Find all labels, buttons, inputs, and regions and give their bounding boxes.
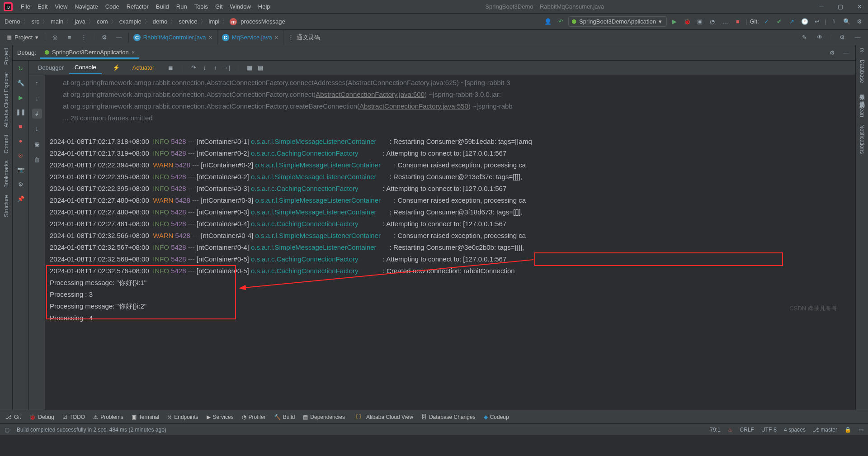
hide-icon[interactable]: — bbox=[853, 33, 863, 43]
bottom-build[interactable]: 🔨Build bbox=[274, 414, 295, 420]
tool-structure[interactable]: Structure bbox=[3, 195, 9, 217]
bottom-endpoints[interactable]: ⤭Endpoints bbox=[167, 414, 198, 420]
coverage-button[interactable]: ▣ bbox=[695, 17, 705, 27]
scroll-to-end-icon[interactable]: ⤓ bbox=[32, 124, 42, 134]
bottom-dbchanges[interactable]: 🗄Database Changes bbox=[421, 414, 476, 420]
git-update-icon[interactable]: ✓ bbox=[762, 17, 772, 27]
run-button[interactable]: ▶ bbox=[670, 17, 679, 27]
hide-icon[interactable]: — bbox=[114, 33, 124, 43]
up-stack-icon[interactable]: ↑ bbox=[32, 78, 42, 88]
close-tab-icon[interactable]: × bbox=[275, 34, 278, 41]
clear-icon[interactable]: 🗑 bbox=[32, 155, 42, 165]
crumb-java[interactable]: java bbox=[74, 17, 86, 26]
reader-mode-icon[interactable]: 👁 bbox=[815, 33, 825, 43]
back-icon[interactable]: ↶ bbox=[556, 17, 566, 27]
resume-icon[interactable]: ▶ bbox=[16, 92, 26, 102]
file-tab-mqservice[interactable]: C MqService.java × bbox=[217, 30, 283, 45]
close-window-button[interactable]: ✕ bbox=[854, 2, 864, 12]
file-encoding[interactable]: UTF-8 bbox=[761, 427, 777, 433]
trace-icon[interactable]: ▤ bbox=[255, 63, 266, 73]
search-everywhere-icon[interactable]: 🔍 bbox=[842, 17, 852, 27]
bottom-services[interactable]: ▶Services bbox=[207, 414, 234, 420]
tool-maven[interactable]: m bbox=[859, 48, 865, 52]
settings-icon[interactable]: ⚙ bbox=[16, 179, 26, 189]
tool-project[interactable]: Project bbox=[3, 48, 9, 65]
code-with-me-icon[interactable]: ᚬ bbox=[829, 17, 839, 27]
menu-window[interactable]: Window bbox=[227, 1, 254, 12]
git-commit-icon[interactable]: ✔ bbox=[774, 17, 784, 27]
git-branch[interactable]: ⎇ master bbox=[813, 427, 837, 433]
menu-code[interactable]: Code bbox=[103, 1, 122, 12]
menu-navigate[interactable]: Navigate bbox=[72, 1, 100, 12]
crumb-src[interactable]: src bbox=[31, 17, 40, 26]
view-breakpoints-icon[interactable]: ● bbox=[16, 136, 26, 146]
bottom-dependencies[interactable]: ▤Dependencies bbox=[303, 414, 345, 420]
step-into-icon[interactable]: ↓ bbox=[199, 63, 210, 73]
pin-icon[interactable]: 📌 bbox=[16, 194, 26, 204]
yu-icon[interactable]: ♨ bbox=[728, 427, 733, 433]
step-out-icon[interactable]: ↑ bbox=[210, 63, 221, 73]
bottom-git[interactable]: ⎇Git bbox=[5, 414, 21, 420]
expand-all-icon[interactable]: ≡ bbox=[64, 33, 74, 43]
menu-view[interactable]: View bbox=[52, 1, 70, 12]
tool-alibaba-cloud-explorer[interactable]: Alibaba Cloud Explorer bbox=[3, 72, 9, 128]
gear-icon[interactable]: ⚙ bbox=[99, 33, 109, 43]
evaluate-icon[interactable]: ▦ bbox=[244, 63, 255, 73]
overflow-tabs[interactable]: ⋮ 通义灵码 bbox=[283, 30, 325, 45]
indent[interactable]: 4 spaces bbox=[784, 427, 806, 433]
bottom-alibaba[interactable]: 〔〕Alibaba Cloud View bbox=[353, 413, 413, 421]
bottom-profiler[interactable]: ◔Profiler bbox=[242, 414, 266, 420]
soft-wrap-icon[interactable]: ↲ bbox=[32, 109, 42, 119]
threads-icon[interactable]: ≣ bbox=[165, 63, 176, 73]
menu-file[interactable]: File bbox=[18, 1, 33, 12]
tool-database[interactable]: Database bbox=[859, 60, 865, 83]
caret-position[interactable]: 79:1 bbox=[710, 427, 720, 433]
tool-bean[interactable]: Bean bbox=[859, 104, 865, 117]
crumb-main[interactable]: main bbox=[50, 17, 64, 26]
debug-button[interactable]: 🐞 bbox=[682, 17, 692, 27]
settings-icon[interactable]: ⚙ bbox=[854, 17, 864, 27]
file-tab-rabbitmqcontroller[interactable]: C RabbitMqController.java × bbox=[129, 30, 217, 45]
lock-icon[interactable]: 🔒 bbox=[844, 427, 851, 433]
git-history-icon[interactable]: 🕐 bbox=[800, 17, 810, 27]
console-output[interactable]: at org.springframework.amqp.rabbit.conne… bbox=[45, 75, 855, 410]
menu-edit[interactable]: Edit bbox=[35, 1, 50, 12]
menu-tools[interactable]: Tools bbox=[192, 1, 211, 12]
menu-build[interactable]: Build bbox=[153, 1, 172, 12]
add-config-icon[interactable]: 👤 bbox=[543, 17, 553, 27]
menu-git[interactable]: Git bbox=[212, 1, 226, 12]
pause-icon[interactable]: ❚❚ bbox=[16, 107, 26, 117]
menu-run[interactable]: Run bbox=[174, 1, 190, 12]
edit-icon[interactable]: ✎ bbox=[800, 33, 810, 43]
hide-panel-icon[interactable]: — bbox=[841, 48, 851, 58]
debugger-tab[interactable]: Debugger bbox=[33, 62, 69, 74]
bottom-problems[interactable]: ⚠Problems bbox=[93, 414, 123, 420]
profile-button[interactable]: ◔ bbox=[708, 17, 717, 27]
minimize-button[interactable]: ─ bbox=[816, 2, 826, 12]
gear-icon[interactable]: ⚙ bbox=[827, 48, 837, 58]
debug-session-tab[interactable]: ⬢ SpringBoot3DemoApplication × bbox=[40, 47, 139, 59]
bottom-debug[interactable]: 🐞Debug bbox=[29, 414, 54, 420]
camera-icon[interactable]: 📷 bbox=[16, 165, 26, 175]
close-session-icon[interactable]: × bbox=[132, 49, 135, 56]
print-icon[interactable]: 🖶 bbox=[32, 139, 42, 149]
close-tab-icon[interactable]: × bbox=[209, 34, 212, 41]
modify-run-icon[interactable]: 🔧 bbox=[16, 78, 26, 88]
stop-icon[interactable]: ■ bbox=[16, 121, 26, 131]
gear-icon[interactable]: ⚙ bbox=[837, 33, 847, 43]
tool-bookmarks[interactable]: Bookmarks bbox=[3, 161, 9, 188]
bottom-todo[interactable]: ☑TODO bbox=[62, 414, 85, 420]
mute-breakpoints-icon[interactable]: ⊘ bbox=[16, 150, 26, 160]
run-to-cursor-icon[interactable]: →| bbox=[221, 63, 232, 73]
rerun-icon[interactable]: ↻ bbox=[16, 63, 26, 73]
tool-notifications[interactable]: Notifications bbox=[859, 124, 865, 154]
menu-refactor[interactable]: Refactor bbox=[124, 1, 151, 12]
tool-commit[interactable]: Commit bbox=[3, 135, 9, 153]
mem-icon[interactable]: ▭ bbox=[859, 427, 863, 433]
select-opened-file-icon[interactable]: ◎ bbox=[50, 33, 60, 43]
attach-button[interactable]: … bbox=[720, 17, 730, 27]
bottom-terminal[interactable]: ▣Terminal bbox=[132, 414, 159, 420]
bottom-codeup[interactable]: ◆Codeup bbox=[484, 414, 509, 420]
crumb-method[interactable]: processMessage bbox=[240, 17, 286, 26]
run-config-selector[interactable]: ⬢ SpringBoot3DemoApplication ▾ bbox=[568, 16, 667, 27]
